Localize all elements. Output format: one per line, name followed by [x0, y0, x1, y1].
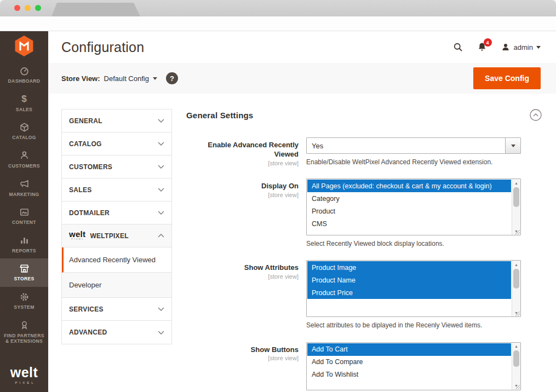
admin-sidebar: DASHBOARD $ SALES CATALOG CUSTOMERS	[0, 31, 48, 392]
sidebar-item-customers[interactable]: CUSTOMERS	[0, 146, 48, 174]
weltpixel-mini-logo: welt PIXEL	[69, 231, 85, 240]
option[interactable]: Product	[307, 205, 511, 217]
store-view-toolbar: Store View: Default Config ? Save Config	[48, 63, 556, 94]
store-view-label: Store View:	[61, 74, 100, 83]
option[interactable]: Category	[307, 192, 511, 205]
sidebar-item-label: MARKETING	[9, 192, 39, 198]
sidebar-item-sales[interactable]: $ SALES	[0, 89, 48, 118]
config-section-nav: GENERAL CATALOG CUSTOMERS SALES	[61, 109, 172, 344]
browser-toolbar	[0, 16, 556, 31]
field-label: Display On	[186, 182, 299, 191]
enable-select[interactable]: Yes	[306, 137, 521, 154]
browser-chrome	[0, 0, 556, 16]
store-view-selector[interactable]: Store View: Default Config	[61, 74, 157, 83]
scrollbar[interactable]: ▲ ▼	[512, 179, 520, 235]
sidebar-item-content[interactable]: CONTENT	[0, 202, 48, 230]
show-attributes-multiselect[interactable]: Product Image Product Name Product Price…	[306, 260, 521, 317]
config-section-dotmailer[interactable]: DOTMAILER	[62, 201, 171, 224]
option[interactable]: Product Price	[307, 286, 511, 299]
chevron-down-icon	[158, 331, 164, 335]
scrollbar-thumb[interactable]	[513, 187, 519, 207]
search-icon[interactable]	[452, 42, 463, 53]
sidebar-item-dashboard[interactable]: DASHBOARD	[0, 61, 48, 89]
scrollbar[interactable]: ▲ ▼	[512, 261, 520, 316]
sidebar-item-label: SYSTEM	[14, 304, 34, 310]
general-settings-panel: General Settings Enable Advanced Recentl…	[186, 109, 542, 392]
option[interactable]: Product Image	[307, 261, 511, 274]
config-section-catalog[interactable]: CATALOG	[62, 132, 171, 155]
sidebar-item-label: REPORTS	[12, 248, 36, 254]
scrollbar-thumb[interactable]	[513, 350, 519, 367]
stores-icon	[19, 263, 30, 274]
sidebar-item-label: SALES	[16, 107, 32, 113]
sidebar-item-label: STORES	[14, 276, 34, 282]
option[interactable]: All Pages (excluded: checkout & cart & m…	[307, 180, 511, 192]
sales-icon: $	[21, 94, 26, 105]
field-scope: [store view]	[186, 355, 299, 361]
weltpixel-logo-sub: PIXEL	[0, 381, 48, 384]
sidebar-item-label: CUSTOMERS	[8, 163, 40, 169]
chevron-down-icon	[158, 211, 164, 215]
chevron-down-icon	[536, 46, 541, 49]
config-section-customers[interactable]: CUSTOMERS	[62, 155, 171, 178]
chevron-down-icon[interactable]	[505, 138, 520, 153]
user-menu[interactable]: admin	[501, 42, 541, 52]
zoom-button[interactable]	[35, 5, 41, 11]
sidebar-item-label: FIND PARTNERS & EXTENSIONS	[2, 333, 47, 344]
config-subsection-advanced-recently-viewed[interactable]: Advanced Recently Viewed	[62, 247, 171, 273]
close-button[interactable]	[14, 5, 20, 11]
field-show-attributes: Show Attributes [store view] Product Ima…	[186, 260, 542, 330]
scroll-up-icon[interactable]: ▲	[512, 343, 520, 350]
option[interactable]: Add To Cart	[307, 343, 511, 356]
sidebar-item-stores[interactable]: STORES	[0, 258, 48, 287]
field-label: Enable Advanced Recently Viewed	[186, 141, 299, 159]
reports-icon	[19, 235, 30, 246]
config-subsection-developer[interactable]: Developer	[62, 273, 171, 298]
field-label: Show Buttons	[186, 345, 299, 355]
minimize-button[interactable]	[25, 5, 31, 11]
sidebar-item-marketing[interactable]: MARKETING	[0, 174, 48, 203]
sidebar-item-catalog[interactable]: CATALOG	[0, 117, 48, 146]
scroll-up-icon[interactable]: ▲	[512, 180, 520, 186]
collapse-section-icon[interactable]	[530, 109, 542, 121]
sidebar-item-find-partners[interactable]: FIND PARTNERS & EXTENSIONS	[0, 315, 48, 349]
field-scope: [store view]	[186, 160, 299, 166]
field-show-buttons: Show Buttons [store view] Add To Cart Ad…	[186, 342, 542, 390]
chevron-down-icon	[158, 188, 164, 192]
config-section-services[interactable]: SERVICES	[62, 298, 171, 321]
config-section-weltpixel[interactable]: welt PIXEL WELTPIXEL	[62, 224, 171, 247]
field-display-on: Display On [store view] All Pages (exclu…	[186, 178, 542, 248]
config-section-general[interactable]: GENERAL	[62, 109, 171, 132]
browser-tab[interactable]	[51, 3, 140, 16]
chevron-down-icon	[158, 165, 164, 169]
scrollbar[interactable]: ▲ ▼	[512, 343, 520, 390]
help-icon[interactable]: ?	[166, 72, 178, 84]
save-config-button[interactable]: Save Config	[473, 67, 541, 89]
notifications-bell-icon[interactable]: 4	[477, 42, 488, 53]
sidebar-item-system[interactable]: SYSTEM	[0, 287, 48, 315]
browser-window: DASHBOARD $ SALES CATALOG CUSTOMERS	[0, 0, 556, 392]
scrollbar-thumb[interactable]	[513, 269, 519, 289]
partners-icon	[19, 320, 30, 331]
chevron-down-icon	[158, 142, 164, 146]
option[interactable]: Add To Wishlist	[307, 368, 511, 381]
section-title: General Settings	[186, 111, 253, 120]
display-on-multiselect[interactable]: All Pages (excluded: checkout & cart & m…	[306, 178, 521, 235]
option[interactable]: Add To Compare	[307, 356, 511, 368]
option[interactable]: Product Name	[307, 274, 511, 286]
window-controls	[14, 5, 41, 11]
sidebar-item-label: CATALOG	[12, 135, 36, 141]
dashboard-icon	[19, 65, 30, 76]
user-name: admin	[514, 43, 533, 51]
sidebar-item-reports[interactable]: REPORTS	[0, 230, 48, 259]
magento-logo[interactable]	[0, 31, 48, 61]
config-section-sales[interactable]: SALES	[62, 178, 171, 201]
field-scope: [store view]	[186, 273, 299, 280]
show-buttons-multiselect[interactable]: Add To Cart Add To Compare Add To Wishli…	[306, 342, 521, 390]
scroll-up-icon[interactable]: ▲	[512, 261, 520, 268]
marketing-icon	[19, 178, 30, 189]
option[interactable]: CMS	[307, 217, 511, 230]
user-avatar-icon	[501, 42, 511, 52]
chevron-down-icon	[158, 119, 164, 123]
config-section-advanced[interactable]: ADVANCED	[62, 321, 171, 344]
